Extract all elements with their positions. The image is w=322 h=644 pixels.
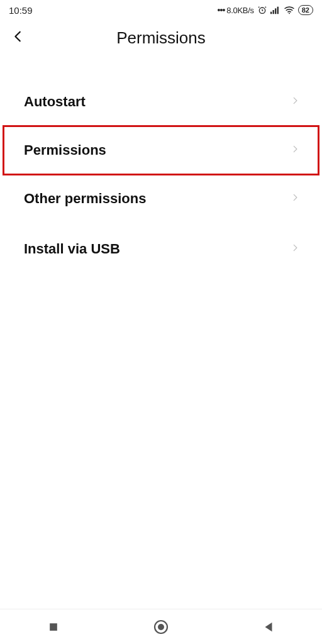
svg-rect-6 bbox=[50, 623, 57, 631]
svg-point-8 bbox=[158, 624, 164, 630]
alarm-icon bbox=[257, 5, 267, 15]
svg-marker-9 bbox=[265, 622, 272, 631]
back-button[interactable] bbox=[11, 30, 25, 46]
signal-icon bbox=[270, 6, 280, 14]
list-item-install-via-usb[interactable]: Install via USB bbox=[0, 224, 322, 274]
settings-list: Autostart Permissions Other permissions … bbox=[0, 55, 322, 274]
chevron-right-icon bbox=[291, 142, 299, 158]
page-title: Permissions bbox=[0, 28, 322, 48]
wifi-icon bbox=[284, 6, 295, 14]
navigation-bar bbox=[0, 609, 322, 644]
list-item-permissions[interactable]: Permissions bbox=[3, 125, 319, 175]
network-speed: 8.0KB/s bbox=[226, 6, 253, 15]
svg-point-5 bbox=[289, 13, 290, 14]
svg-rect-4 bbox=[277, 7, 278, 14]
nav-back-button[interactable] bbox=[231, 620, 306, 634]
more-dots-icon: ••• bbox=[218, 5, 225, 15]
battery-level: 82 bbox=[298, 5, 313, 15]
nav-home-button[interactable] bbox=[123, 619, 199, 635]
svg-rect-1 bbox=[270, 12, 272, 14]
page-header: Permissions bbox=[0, 20, 322, 55]
chevron-right-icon bbox=[291, 241, 299, 257]
chevron-right-icon bbox=[291, 191, 299, 207]
status-time-wrap: 10:59 bbox=[9, 5, 33, 16]
battery-icon: 82 bbox=[298, 5, 313, 15]
svg-rect-3 bbox=[275, 8, 276, 14]
list-item-label: Permissions bbox=[24, 142, 106, 158]
list-item-label: Other permissions bbox=[24, 191, 146, 207]
status-icons: ••• 8.0KB/s 82 bbox=[218, 5, 313, 15]
nav-recent-button[interactable] bbox=[16, 621, 91, 633]
list-item-label: Autostart bbox=[24, 94, 86, 110]
svg-rect-2 bbox=[272, 10, 274, 14]
status-bar: 10:59 ••• 8.0KB/s bbox=[0, 0, 322, 20]
chevron-right-icon bbox=[291, 94, 299, 110]
list-item-label: Install via USB bbox=[24, 241, 120, 257]
list-item-autostart[interactable]: Autostart bbox=[0, 77, 322, 127]
list-item-other-permissions[interactable]: Other permissions bbox=[0, 174, 322, 224]
status-time: 10:59 bbox=[9, 5, 33, 16]
